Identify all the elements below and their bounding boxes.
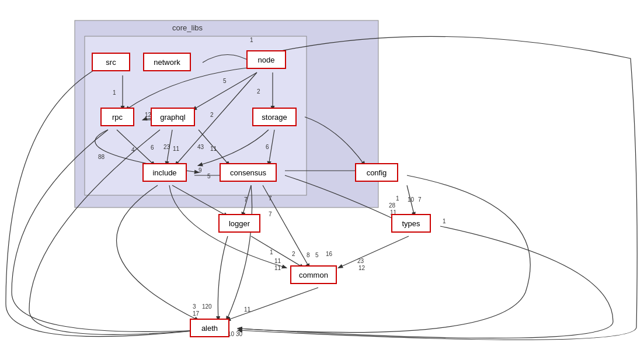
node-types[interactable]: types: [391, 214, 431, 233]
edge-label: 28: [389, 202, 396, 209]
edge-label: 11: [274, 258, 281, 264]
edge-label: 11: [210, 146, 217, 152]
edge-label: 11: [274, 265, 281, 271]
node-rpc[interactable]: rpc: [100, 108, 134, 126]
node-storage-label: storage: [262, 113, 287, 122]
node-src-label: src: [106, 58, 116, 67]
edge-label: 120: [202, 303, 212, 310]
edge-label: 7: [269, 211, 272, 217]
edge-label: 7: [269, 195, 272, 202]
edge-logger-aleth: [218, 236, 228, 320]
edge-label: 7: [418, 196, 422, 203]
edge-label: 23: [357, 258, 364, 264]
edge-label: 43: [197, 144, 204, 150]
edge-common-aleth: [227, 288, 318, 320]
node-src[interactable]: src: [92, 53, 130, 71]
node-include[interactable]: include: [142, 163, 187, 182]
edge-label: 3: [193, 303, 196, 310]
edge-label: 8: [307, 252, 310, 258]
edge-label: 16: [326, 251, 333, 257]
node-common[interactable]: common: [290, 265, 337, 284]
edge-label: 2: [257, 88, 260, 95]
edge-label: 17: [193, 310, 200, 317]
node-aleth-label: aleth: [201, 324, 218, 333]
node-config-label: config: [367, 168, 387, 177]
node-types-label: types: [402, 219, 420, 228]
edge-label: 30: [236, 331, 243, 337]
edge-label: 1: [113, 89, 116, 96]
edge-label: 11: [173, 146, 180, 152]
node-logger-label: logger: [229, 219, 250, 228]
cluster-label: core_libs: [172, 23, 203, 32]
edge-label: 1: [396, 195, 399, 202]
edge-label: 7: [244, 196, 248, 203]
edge-label: 2: [292, 251, 295, 257]
edge-label: 2: [210, 112, 214, 118]
node-network-label: network: [154, 58, 180, 67]
edge-label: 5: [315, 252, 319, 258]
node-rpc-label: rpc: [112, 113, 123, 122]
node-config[interactable]: config: [355, 163, 398, 182]
edge-label: 6: [266, 144, 269, 150]
edge-label: 9: [199, 167, 202, 174]
edge-label: 1: [443, 218, 446, 224]
node-common-label: common: [299, 271, 328, 279]
node-graphql-label: graphql: [160, 113, 185, 122]
edge-label: 12: [358, 265, 365, 271]
edge-label: 23: [163, 144, 170, 150]
node-node[interactable]: node: [246, 50, 286, 69]
node-aleth[interactable]: aleth: [190, 319, 229, 337]
node-include-label: include: [152, 168, 176, 177]
edge-label: 1: [270, 249, 273, 255]
diagram-container: core_libs 1 2 5 12 23 43 4: [0, 0, 644, 363]
node-graphql[interactable]: graphql: [151, 108, 195, 126]
node-consensus-label: consensus: [230, 168, 266, 177]
node-logger[interactable]: logger: [218, 214, 260, 233]
edge-label: 11: [244, 306, 251, 313]
node-consensus[interactable]: consensus: [220, 163, 277, 182]
edge-label: 88: [98, 154, 105, 160]
edge-label: 5: [223, 78, 227, 84]
edge-label: 1: [250, 37, 253, 43]
edge-types-common: [339, 236, 409, 268]
node-network[interactable]: network: [143, 53, 191, 71]
node-storage[interactable]: storage: [252, 108, 297, 126]
edge-label: 6: [151, 144, 154, 151]
edge-label: 10: [408, 196, 415, 203]
edge-label: 5: [207, 173, 211, 179]
node-node-label: node: [258, 56, 275, 64]
